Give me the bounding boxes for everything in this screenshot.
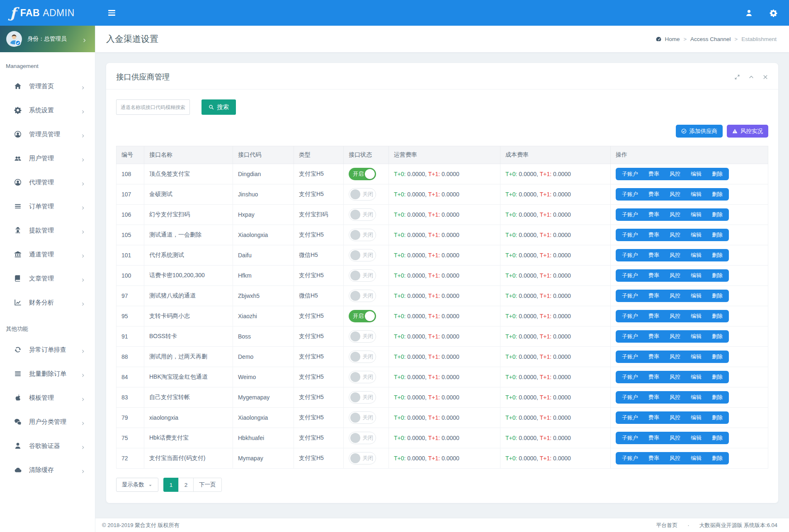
row-action-risk[interactable]: 风控	[670, 170, 680, 178]
row-action-rate[interactable]: 费率	[648, 211, 659, 218]
status-toggle[interactable]: 关闭	[349, 229, 376, 241]
row-action-delete[interactable]: 删除	[712, 191, 723, 198]
row-action-subaccount[interactable]: 子账户	[622, 170, 638, 178]
row-action-risk[interactable]: 风控	[670, 455, 680, 462]
row-action-edit[interactable]: 编辑	[691, 231, 702, 239]
status-toggle[interactable]: 关闭	[349, 391, 376, 404]
row-action-edit[interactable]: 编辑	[691, 251, 702, 259]
status-toggle[interactable]: 开启	[349, 310, 376, 322]
row-action-edit[interactable]: 编辑	[691, 353, 702, 360]
sidebar-item-clear-cache[interactable]: 清除缓存	[0, 458, 95, 482]
row-action-subaccount[interactable]: 子账户	[622, 231, 638, 239]
row-action-subaccount[interactable]: 子账户	[622, 292, 638, 300]
row-action-delete[interactable]: 删除	[712, 231, 723, 239]
breadcrumb-item[interactable]: Home	[655, 36, 680, 42]
row-action-risk[interactable]: 风控	[670, 292, 680, 300]
row-action-risk[interactable]: 风控	[670, 333, 680, 340]
status-toggle[interactable]: 关闭	[349, 371, 376, 383]
row-action-edit[interactable]: 编辑	[691, 434, 702, 442]
status-toggle[interactable]: 关闭	[349, 432, 376, 444]
row-action-risk[interactable]: 风控	[670, 353, 680, 360]
next-page-button[interactable]: 下一页	[193, 478, 222, 492]
row-action-subaccount[interactable]: 子账户	[622, 272, 638, 279]
row-action-rate[interactable]: 费率	[648, 394, 659, 401]
row-action-subaccount[interactable]: 子账户	[622, 394, 638, 401]
row-action-edit[interactable]: 编辑	[691, 312, 702, 320]
row-action-rate[interactable]: 费率	[648, 191, 659, 198]
row-action-subaccount[interactable]: 子账户	[622, 333, 638, 340]
row-action-risk[interactable]: 风控	[670, 394, 680, 401]
settings-gear-icon[interactable]	[770, 9, 777, 17]
row-action-rate[interactable]: 费率	[648, 353, 659, 360]
row-action-subaccount[interactable]: 子账户	[622, 191, 638, 198]
status-toggle[interactable]: 关闭	[349, 208, 376, 221]
row-action-rate[interactable]: 费率	[648, 231, 659, 239]
status-toggle[interactable]: 关闭	[349, 290, 376, 302]
sidebar-item-abnormal-order-check[interactable]: 异常订单排查	[0, 338, 95, 362]
page-button-2[interactable]: 2	[178, 478, 194, 492]
row-action-rate[interactable]: 费率	[648, 333, 659, 340]
row-action-rate[interactable]: 费率	[648, 434, 659, 442]
sidebar-profile[interactable]: 身份：总管理员	[0, 26, 95, 52]
row-action-edit[interactable]: 编辑	[691, 211, 702, 218]
page-size-dropdown[interactable]: 显示条数	[116, 478, 158, 492]
row-action-risk[interactable]: 风控	[670, 251, 680, 259]
row-action-delete[interactable]: 删除	[712, 394, 723, 401]
row-action-delete[interactable]: 删除	[712, 414, 723, 421]
row-action-delete[interactable]: 删除	[712, 272, 723, 279]
sidebar-item-batch-delete-orders[interactable]: 批量删除订单	[0, 362, 95, 386]
row-action-delete[interactable]: 删除	[712, 211, 723, 218]
row-action-risk[interactable]: 风控	[670, 191, 680, 198]
breadcrumb-item[interactable]: Access Channel	[690, 36, 731, 42]
row-action-risk[interactable]: 风控	[670, 414, 680, 421]
row-action-subaccount[interactable]: 子账户	[622, 455, 638, 462]
expand-icon[interactable]	[734, 74, 740, 80]
row-action-subaccount[interactable]: 子账户	[622, 211, 638, 218]
row-action-edit[interactable]: 编辑	[691, 333, 702, 340]
row-action-delete[interactable]: 删除	[712, 434, 723, 442]
row-action-edit[interactable]: 编辑	[691, 170, 702, 178]
sidebar-item-finance-analysis[interactable]: 财务分析	[0, 290, 95, 314]
row-action-rate[interactable]: 费率	[648, 373, 659, 381]
sidebar-item-google-authenticator[interactable]: 谷歌验证器	[0, 434, 95, 458]
row-action-rate[interactable]: 费率	[648, 292, 659, 300]
row-action-delete[interactable]: 删除	[712, 251, 723, 259]
row-action-rate[interactable]: 费率	[648, 272, 659, 279]
row-action-risk[interactable]: 风控	[670, 373, 680, 381]
sidebar-item-user-category-management[interactable]: 用户分类管理	[0, 410, 95, 434]
sidebar-item-system-settings[interactable]: 系统设置	[0, 98, 95, 122]
row-action-edit[interactable]: 编辑	[691, 373, 702, 381]
status-toggle[interactable]: 关闭	[349, 351, 376, 363]
row-action-delete[interactable]: 删除	[712, 455, 723, 462]
row-action-risk[interactable]: 风控	[670, 434, 680, 442]
row-action-subaccount[interactable]: 子账户	[622, 434, 638, 442]
row-action-delete[interactable]: 删除	[712, 353, 723, 360]
row-action-edit[interactable]: 编辑	[691, 272, 702, 279]
row-action-rate[interactable]: 费率	[648, 414, 659, 421]
sidebar-item-agent-management[interactable]: 代理管理	[0, 170, 95, 194]
row-action-edit[interactable]: 编辑	[691, 394, 702, 401]
row-action-risk[interactable]: 风控	[670, 272, 680, 279]
sidebar-item-user-management[interactable]: 用户管理	[0, 146, 95, 170]
status-toggle[interactable]: 关闭	[349, 452, 376, 464]
row-action-subaccount[interactable]: 子账户	[622, 373, 638, 381]
user-menu-icon[interactable]	[745, 9, 753, 17]
status-toggle[interactable]: 关闭	[349, 249, 376, 261]
sidebar-item-template-management[interactable]: 模板管理	[0, 386, 95, 410]
row-action-risk[interactable]: 风控	[670, 211, 680, 218]
close-icon[interactable]	[762, 74, 768, 80]
brand-logo[interactable]: ƒ FAB ADMIN	[0, 6, 95, 20]
collapse-chevron-up-icon[interactable]	[748, 74, 754, 80]
row-action-subaccount[interactable]: 子账户	[622, 414, 638, 421]
row-action-rate[interactable]: 费率	[648, 312, 659, 320]
row-action-risk[interactable]: 风控	[670, 231, 680, 239]
search-input[interactable]	[116, 99, 190, 115]
platform-home-link[interactable]: 平台首页	[656, 522, 677, 529]
sidebar-item-withdraw-management[interactable]: 提款管理	[0, 218, 95, 242]
sidebar-item-order-management[interactable]: 订单管理	[0, 194, 95, 218]
row-action-edit[interactable]: 编辑	[691, 292, 702, 300]
row-action-delete[interactable]: 删除	[712, 312, 723, 320]
add-supplier-button[interactable]: 添加供应商	[676, 125, 723, 138]
status-toggle[interactable]: 关闭	[349, 411, 376, 424]
row-action-subaccount[interactable]: 子账户	[622, 312, 638, 320]
